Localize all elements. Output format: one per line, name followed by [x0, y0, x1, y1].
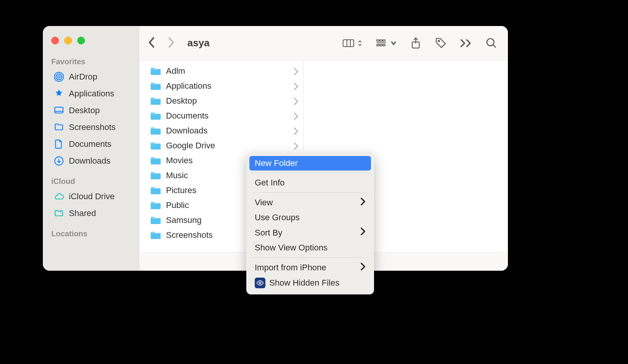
sidebar-section-favorites: Favorites AirDrop Applications Desktop: [43, 54, 139, 173]
chevron-right-icon: [293, 82, 299, 90]
window-controls: [43, 34, 139, 54]
folder-icon: [150, 141, 161, 151]
zoom-window-button[interactable]: [77, 37, 85, 44]
list-item-label: Adlm: [166, 66, 293, 76]
svg-rect-3: [55, 107, 63, 113]
menu-item[interactable]: New Folder: [249, 156, 371, 171]
svg-rect-16: [380, 44, 382, 46]
svg-line-21: [493, 45, 496, 47]
sidebar-item-applications[interactable]: Applications: [51, 85, 133, 102]
folder-icon: [150, 81, 161, 91]
sidebar-item-label: Documents: [69, 139, 111, 149]
svg-point-0: [58, 76, 60, 78]
chevron-right-icon: [293, 127, 299, 135]
tags-button[interactable]: [433, 35, 449, 51]
svg-rect-17: [383, 44, 385, 46]
folder-icon: [150, 171, 161, 180]
menu-item-label: Import from iPhone: [255, 263, 360, 273]
folder-icon: [150, 185, 161, 195]
toolbar: asya: [139, 26, 508, 60]
sidebar-section-icloud: iCloud iCloud Drive Shared: [43, 173, 139, 226]
view-columns-button[interactable]: [340, 35, 365, 51]
sidebar-header-locations: Locations: [51, 226, 133, 240]
sidebar-item-shared[interactable]: Shared: [51, 205, 133, 222]
menu-item-label: View: [255, 198, 360, 208]
folder-icon: [150, 66, 161, 76]
sidebar: Favorites AirDrop Applications Desktop: [43, 26, 139, 271]
menu-item-label: Get Info: [255, 178, 366, 188]
list-item-label: Downloads: [166, 126, 293, 136]
menu-separator: [252, 192, 369, 193]
chevron-right-icon: [360, 227, 366, 238]
group-by-button[interactable]: [374, 35, 399, 51]
svg-point-7: [61, 211, 62, 211]
downloads-icon: [54, 156, 64, 166]
list-item-label: Documents: [166, 111, 293, 121]
chevron-right-icon: [360, 197, 366, 208]
svg-rect-13: [383, 40, 385, 41]
list-item[interactable]: Documents: [139, 108, 303, 123]
list-item-label: Desktop: [166, 96, 293, 106]
svg-rect-8: [343, 40, 354, 47]
list-item[interactable]: Adlm: [139, 63, 303, 78]
cloud-icon: [54, 191, 64, 202]
chevron-right-icon: [293, 67, 299, 75]
sidebar-header-favorites: Favorites: [51, 54, 133, 68]
document-icon: [54, 139, 64, 150]
minimize-window-button[interactable]: [64, 37, 72, 44]
sidebar-item-desktop[interactable]: Desktop: [51, 102, 133, 119]
share-button[interactable]: [408, 35, 424, 51]
list-item[interactable]: Downloads: [139, 123, 303, 138]
sidebar-item-label: iCloud Drive: [69, 192, 115, 202]
sidebar-item-label: AirDrop: [69, 72, 98, 82]
eye-icon: [255, 278, 265, 288]
list-item[interactable]: Google Drive: [139, 138, 303, 153]
menu-item[interactable]: Get Info: [249, 176, 371, 190]
chevron-right-icon: [293, 112, 299, 120]
menu-item[interactable]: Show Hidden Files: [249, 275, 371, 291]
desktop-icon: [54, 105, 64, 116]
chevron-right-icon: [360, 262, 366, 273]
sidebar-section-locations: Locations: [43, 226, 139, 244]
list-item[interactable]: Desktop: [139, 93, 303, 108]
sidebar-item-label: Desktop: [69, 106, 100, 115]
menu-item[interactable]: Sort By: [249, 225, 371, 240]
list-item[interactable]: Applications: [139, 78, 303, 93]
menu-item[interactable]: Show View Options: [249, 240, 371, 255]
more-button[interactable]: [458, 35, 474, 51]
back-button[interactable]: [148, 37, 156, 50]
svg-rect-15: [377, 44, 379, 46]
menu-item-label: Show Hidden Files: [269, 278, 366, 288]
sidebar-item-label: Applications: [69, 89, 114, 99]
menu-item-label: Show View Options: [255, 243, 366, 253]
nav-arrows: [148, 37, 175, 50]
menu-separator: [252, 173, 369, 173]
sidebar-item-label: Downloads: [69, 156, 111, 166]
search-button[interactable]: [483, 35, 499, 51]
sidebar-item-documents[interactable]: Documents: [51, 136, 133, 153]
page-title: asya: [187, 37, 210, 49]
airdrop-icon: [54, 72, 64, 82]
menu-item[interactable]: Use Groups: [249, 210, 371, 225]
folder-icon: [150, 200, 161, 210]
svg-rect-12: [380, 40, 382, 41]
sidebar-item-airdrop[interactable]: AirDrop: [51, 68, 133, 85]
sidebar-item-label: Screenshots: [69, 122, 116, 132]
folder-icon: [150, 156, 161, 166]
chevron-right-icon: [293, 142, 299, 150]
applications-icon: [54, 88, 64, 99]
menu-item[interactable]: Import from iPhone: [249, 260, 371, 275]
sidebar-item-label: Shared: [69, 208, 96, 218]
forward-button[interactable]: [167, 37, 175, 50]
chevron-right-icon: [293, 97, 299, 105]
menu-separator: [252, 257, 369, 258]
sidebar-item-downloads[interactable]: Downloads: [51, 153, 133, 169]
list-item-label: Google Drive: [166, 141, 293, 151]
folder-icon: [150, 96, 161, 106]
close-window-button[interactable]: [51, 37, 59, 44]
sidebar-item-icloud-drive[interactable]: iCloud Drive: [51, 188, 133, 205]
shared-folder-icon: [54, 208, 64, 219]
svg-point-1: [56, 74, 62, 80]
menu-item[interactable]: View: [249, 195, 371, 210]
sidebar-item-screenshots[interactable]: Screenshots: [51, 119, 133, 136]
